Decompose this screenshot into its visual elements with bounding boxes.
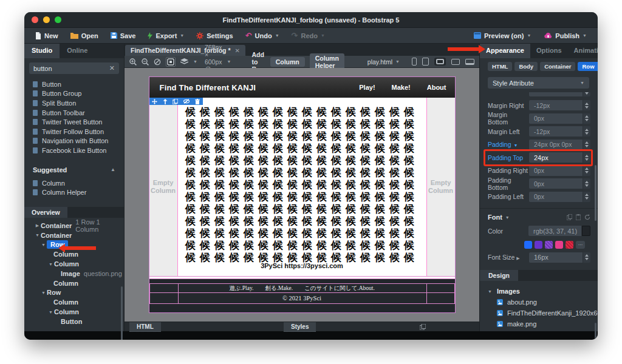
stepper[interactable] bbox=[583, 126, 590, 136]
stepper[interactable] bbox=[583, 152, 590, 163]
component-item[interactable]: Column Helper bbox=[24, 187, 124, 197]
zoom-in-icon[interactable] bbox=[129, 58, 137, 66]
publish-button[interactable]: Publish ▼ bbox=[539, 30, 592, 41]
reset-style-icon[interactable] bbox=[584, 214, 590, 220]
suggested-header[interactable]: Suggested ▲ bbox=[33, 166, 115, 174]
margin-left-input[interactable]: -12px bbox=[529, 126, 583, 136]
component-item[interactable]: Facebook Like Button bbox=[24, 146, 124, 155]
page-select[interactable]: play.html ▼ bbox=[367, 58, 400, 66]
style-attribute-dropdown[interactable]: Style Attribute ▼ bbox=[488, 77, 589, 89]
current-color-swatch[interactable] bbox=[582, 226, 590, 236]
clear-search-icon[interactable]: ✕ bbox=[109, 64, 115, 72]
stepper[interactable] bbox=[583, 252, 590, 263]
device-phone-icon[interactable] bbox=[412, 58, 417, 66]
design-image-item[interactable]: make.png bbox=[487, 318, 598, 329]
zoom-out-icon[interactable] bbox=[142, 58, 149, 66]
move-icon[interactable] bbox=[152, 99, 157, 104]
preview-navbar[interactable]: Find The Different KANJI Play! Make! Abo… bbox=[149, 77, 455, 98]
preset-purple-swatch[interactable] bbox=[535, 241, 542, 249]
panes-icon[interactable] bbox=[420, 324, 426, 330]
tab-options[interactable]: Options bbox=[530, 44, 568, 58]
overview-scrollbar[interactable] bbox=[121, 286, 123, 340]
design-image-item[interactable]: FindTheDifferentKanji_1920x600.jpg bbox=[487, 308, 598, 318]
chevron-down-icon[interactable]: ▼ bbox=[47, 310, 54, 314]
collapse-icon[interactable]: ▼ bbox=[505, 215, 510, 220]
padding-top-input[interactable]: 24px bbox=[529, 152, 583, 163]
preset-red-swatch[interactable] bbox=[566, 241, 573, 249]
layers-icon[interactable] bbox=[180, 58, 188, 65]
stepper[interactable] bbox=[583, 178, 590, 189]
component-item[interactable]: Twitter Follow Button bbox=[24, 127, 124, 136]
chevron-down-icon[interactable]: ▼ bbox=[40, 243, 47, 247]
stepper[interactable] bbox=[583, 140, 590, 150]
fields-scrollbar[interactable] bbox=[595, 165, 596, 221]
crumb-html[interactable]: HTML bbox=[488, 62, 512, 71]
settings-button[interactable]: Settings bbox=[191, 30, 238, 41]
tab-design[interactable]: Design bbox=[480, 270, 518, 281]
export-button[interactable]: Export ▼ bbox=[143, 30, 189, 41]
stepper[interactable] bbox=[583, 192, 590, 202]
stepper[interactable] bbox=[583, 113, 590, 124]
padding-bottom-input[interactable]: 0px bbox=[529, 178, 583, 189]
footer-links[interactable]: 遊ぶ.Play. 創る.Make. このサイトに関して.About. bbox=[150, 284, 454, 293]
chevron-down-icon[interactable]: ▼ bbox=[47, 262, 54, 266]
padding-right-input[interactable]: 0px bbox=[529, 166, 583, 176]
tree-item-image[interactable]: Image question.png bbox=[24, 269, 124, 278]
tree-item-column[interactable]: ▼ Column bbox=[24, 307, 124, 317]
preset-blue-swatch[interactable] bbox=[524, 241, 532, 249]
margin-right-input[interactable]: -12px bbox=[529, 100, 583, 110]
tab-animation[interactable]: Animation bbox=[568, 44, 598, 58]
tree-item-column[interactable]: Column bbox=[24, 297, 124, 307]
document-tab[interactable]: FindTheDifferentKANJI_forblog * ✕ bbox=[125, 45, 245, 56]
device-laptop-small-icon[interactable] bbox=[434, 58, 446, 66]
fit-view-icon[interactable] bbox=[166, 57, 176, 67]
preview-footer[interactable]: 遊ぶ.Play. 創る.Make. このサイトに関して.About. © 202… bbox=[149, 283, 455, 304]
hide-icon[interactable] bbox=[183, 99, 190, 104]
chevron-right-icon[interactable]: ▶ bbox=[34, 223, 41, 228]
component-item[interactable]: Button bbox=[24, 79, 124, 89]
paste-style-icon[interactable] bbox=[576, 214, 581, 220]
copy-style-icon[interactable] bbox=[567, 214, 572, 220]
device-desktop-icon[interactable] bbox=[465, 59, 474, 65]
tree-item-column[interactable]: Column bbox=[24, 278, 124, 288]
undo-button[interactable]: ↶ Undo ▼ bbox=[241, 30, 284, 41]
preview-button[interactable]: Preview (on) ▼ bbox=[469, 30, 536, 41]
tab-html-pane[interactable]: HTML bbox=[129, 322, 161, 332]
tree-item-container[interactable]: ▶ Container 1 Row 1 Column bbox=[24, 221, 124, 231]
site-brand[interactable]: Find The Different KANJI bbox=[160, 83, 256, 92]
component-item[interactable]: Split Button bbox=[24, 98, 124, 108]
component-item[interactable]: Button Group bbox=[24, 89, 124, 99]
expand-icon[interactable]: ▼ bbox=[514, 143, 518, 147]
preset-pink-swatch[interactable] bbox=[555, 241, 563, 249]
nav-link-make[interactable]: Make! bbox=[392, 84, 411, 91]
crumb-row-selected[interactable]: Row bbox=[578, 62, 598, 71]
close-tab-icon[interactable]: ✕ bbox=[235, 47, 240, 54]
tab-overview[interactable]: Overview bbox=[24, 207, 67, 218]
component-item[interactable]: Twitter Tweet Button bbox=[24, 117, 124, 127]
empty-column-left[interactable]: Empty Column bbox=[149, 98, 178, 276]
caret-down-icon[interactable]: ▼ bbox=[193, 59, 197, 64]
tab-online[interactable]: Online bbox=[60, 44, 95, 58]
delete-icon[interactable] bbox=[195, 99, 200, 104]
more-colors-button[interactable]: ... bbox=[576, 241, 585, 249]
open-button[interactable]: Open bbox=[66, 30, 103, 41]
move-up-icon[interactable] bbox=[163, 99, 168, 104]
design-scrollbar[interactable] bbox=[595, 323, 596, 340]
preset-violet-swatch[interactable] bbox=[545, 241, 553, 249]
tab-styles-pane[interactable]: Styles bbox=[284, 322, 316, 332]
redo-button[interactable]: ↷ Redo ▼ bbox=[287, 30, 330, 41]
tab-studio[interactable]: Studio bbox=[24, 44, 60, 58]
add-column-button[interactable]: Column bbox=[270, 57, 305, 67]
chevron-down-icon[interactable]: ▼ bbox=[34, 233, 41, 237]
component-item[interactable]: Navigation with Button bbox=[24, 136, 124, 146]
design-image-item[interactable]: about.png bbox=[487, 297, 598, 308]
margin-bottom-input[interactable]: 0px bbox=[529, 113, 583, 124]
component-item[interactable]: Button Toolbar bbox=[24, 108, 124, 118]
nav-link-about[interactable]: About bbox=[427, 84, 446, 91]
chevron-down-icon[interactable]: ▼ bbox=[40, 291, 47, 295]
component-search-input[interactable]: button ✕ bbox=[29, 62, 119, 74]
kanji-question-image[interactable]: 候候候候候候候候候候候候候候候候 候候候候候候候候候候候候候候候候 候候候候候候… bbox=[178, 98, 426, 276]
tree-item-row[interactable]: ▼ Row bbox=[24, 288, 124, 298]
no-outline-icon[interactable] bbox=[154, 58, 161, 66]
stepper[interactable] bbox=[583, 100, 590, 110]
